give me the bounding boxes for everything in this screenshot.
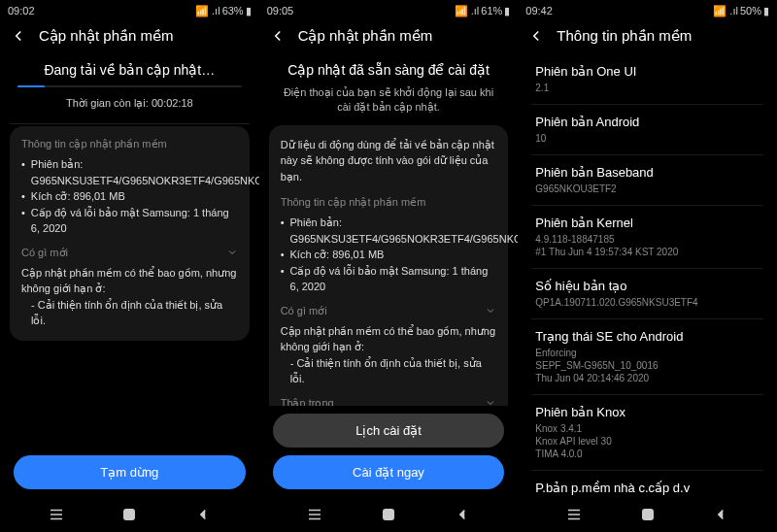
ready-title: Cập nhật đã sẵn sàng để cài đặt <box>269 62 509 78</box>
info-item-title: Phiên bản Baseband <box>535 165 760 180</box>
caution-toggle[interactable]: Thận trọng <box>281 397 497 406</box>
pause-button[interactable]: Tạm dừng <box>14 455 246 489</box>
nav-back-icon[interactable] <box>194 506 212 523</box>
info-item[interactable]: Phiên bản Kernel4.9.118-18847185 #1 Thu … <box>531 206 763 269</box>
info-item[interactable]: Phiên bản BasebandG965NKOU3ETF2 <box>531 155 763 206</box>
button-row: Lịch cài đặt Cài đặt ngay <box>259 406 519 497</box>
info-item[interactable]: Phiên bản One UI2.1 <box>531 54 763 105</box>
recent-apps-icon[interactable] <box>48 506 65 523</box>
progress-bar <box>17 85 242 87</box>
home-icon[interactable] <box>639 506 657 523</box>
screen-software-info: 09:42 📶 .ıl 50% ▮ Thông tin phần mềm Phi… <box>518 0 777 532</box>
whats-new-body: Cập nhật phần mềm có thể bao gồm, nhưng … <box>21 265 238 297</box>
info-list[interactable]: Phiên bản One UI2.1Phiên bản Android10Ph… <box>518 50 777 497</box>
update-info-card: Thông tin cập nhật phần mềm Phiên bản: G… <box>10 126 250 341</box>
back-icon[interactable] <box>10 27 27 45</box>
header: Cập nhật phần mềm <box>259 21 519 50</box>
info-item-title: P.bản p.mềm nhà c.cấp d.v <box>535 481 760 495</box>
nav-bar <box>0 497 259 532</box>
info-item-title: Phiên bản Android <box>535 115 760 129</box>
whats-new-detail: - Cải thiện tính ổn định của thiết bị, s… <box>281 355 497 387</box>
chevron-down-icon <box>226 247 238 258</box>
downloading-title: Đang tải về bản cập nhật… <box>10 62 250 78</box>
time-remaining: Thời gian còn lại: 00:02:18 <box>10 97 250 110</box>
content: Cập nhật đã sẵn sàng để cài đặt Điện tho… <box>259 50 519 406</box>
status-bar: 09:05 📶 .ıl 61% ▮ <box>259 0 519 21</box>
info-item[interactable]: Trạng thái SE cho AndroidEnforcing SEPF_… <box>531 319 763 395</box>
info-item-title: Số hiệu bản tạo <box>535 279 760 293</box>
info-security: Cấp độ vá lỗi bảo mật Samsung: 1 tháng 6… <box>281 263 497 295</box>
status-time: 09:05 <box>267 5 294 17</box>
button-row: Tạm dừng <box>0 448 259 497</box>
status-bar: 09:42 📶 .ıl 50% ▮ <box>518 0 777 21</box>
status-indicators: 📶 .ıl 50% ▮ <box>713 5 769 17</box>
status-time: 09:02 <box>8 5 35 17</box>
status-indicators: 📶 .ıl 63% ▮ <box>195 5 252 17</box>
back-icon[interactable] <box>269 27 287 45</box>
chevron-down-icon <box>485 305 496 316</box>
home-icon[interactable] <box>380 506 397 523</box>
home-icon[interactable] <box>120 506 138 523</box>
data-notice: Dữ liệu di động dùng để tải về bản cập n… <box>281 137 497 185</box>
whats-new-detail: - Cải thiện tính ổn định của thiết bị, s… <box>21 297 238 329</box>
whats-new-body: Cập nhật phần mềm có thể bao gồm, nhưng … <box>281 323 497 355</box>
schedule-button[interactable]: Lịch cài đặt <box>273 414 505 448</box>
info-item[interactable]: Số hiệu bản tạoQP1A.190711.020.G965NKSU3… <box>531 269 763 319</box>
nav-bar <box>259 497 519 532</box>
info-security: Cấp độ vá lỗi bảo mật Samsung: 1 tháng 6… <box>21 205 238 237</box>
header-title: Thông tin phần mềm <box>557 27 692 45</box>
status-indicators: 📶 .ıl 61% ▮ <box>455 5 511 17</box>
info-item-value: 10 <box>535 132 760 145</box>
info-item-value: Enforcing SEPF_SM-G965N_10_0016 Thu Jun … <box>535 347 760 384</box>
info-version: Phiên bản: G965NKSU3ETF4/G965NOKR3ETF4/G… <box>21 156 238 188</box>
content: Đang tải về bản cập nhật… Thời gian còn … <box>0 50 259 448</box>
install-now-button[interactable]: Cài đặt ngay <box>273 455 505 489</box>
status-time: 09:42 <box>525 5 553 17</box>
whats-new-toggle[interactable]: Có gì mới <box>21 247 238 259</box>
ready-subtitle: Điện thoại của bạn sẽ khởi động lại sau … <box>269 85 509 116</box>
back-icon[interactable] <box>527 27 545 45</box>
screen-ready: 09:05 📶 .ıl 61% ▮ Cập nhật phần mềm Cập … <box>259 0 519 532</box>
info-size: Kích cỡ: 896,01 MB <box>21 188 238 205</box>
info-item-title: Phiên bản Kernel <box>535 216 760 230</box>
main-card: Dữ liệu di động dùng để tải về bản cập n… <box>269 125 509 406</box>
recent-apps-icon[interactable] <box>565 506 583 523</box>
header-title: Cập nhật phần mềm <box>298 27 433 45</box>
info-label: Thông tin cập nhật phần mềm <box>21 138 238 150</box>
nav-bar <box>518 497 777 532</box>
svg-rect-2 <box>642 510 653 520</box>
info-item-value: G965NKOU3ETF2 <box>535 183 760 195</box>
whats-new-toggle[interactable]: Có gì mới <box>281 305 497 317</box>
header-title: Cập nhật phần mềm <box>39 27 174 45</box>
info-item-title: Phiên bản Knox <box>535 405 760 419</box>
header: Cập nhật phần mềm <box>0 21 259 50</box>
info-item-title: Phiên bản One UI <box>535 64 760 79</box>
info-item[interactable]: P.bản p.mềm nhà c.cấp d.vSAOMC_SM-G965N_… <box>531 471 763 497</box>
info-item[interactable]: Phiên bản Android10 <box>531 105 763 155</box>
svg-rect-0 <box>124 510 135 520</box>
info-item-value: 2.1 <box>535 82 760 94</box>
nav-back-icon[interactable] <box>454 506 471 523</box>
svg-rect-1 <box>384 510 394 520</box>
header: Thông tin phần mềm <box>518 21 777 50</box>
info-label: Thông tin cập nhật phần mềm <box>281 196 497 209</box>
recent-apps-icon[interactable] <box>306 506 323 523</box>
nav-back-icon[interactable] <box>712 506 729 523</box>
chevron-down-icon <box>485 397 496 406</box>
info-version: Phiên bản: G965NKSU3ETF4/G965NOKR3ETF4/G… <box>281 215 497 247</box>
info-item-value: Knox 3.4.1 Knox API level 30 TIMA 4.0.0 <box>535 422 760 460</box>
screen-downloading: 09:02 📶 .ıl 63% ▮ Cập nhật phần mềm Đang… <box>0 0 259 532</box>
progress-fill <box>17 85 45 87</box>
status-bar: 09:02 📶 .ıl 63% ▮ <box>0 0 259 21</box>
info-size: Kích cỡ: 896,01 MB <box>281 247 497 263</box>
info-item-title: Trạng thái SE cho Android <box>535 329 760 344</box>
info-item-value: 4.9.118-18847185 #1 Thu Jun 4 19:57:34 K… <box>535 233 760 258</box>
info-item-value: QP1A.190711.020.G965NKSU3ETF4 <box>535 296 760 309</box>
info-item[interactable]: Phiên bản KnoxKnox 3.4.1 Knox API level … <box>531 395 763 471</box>
